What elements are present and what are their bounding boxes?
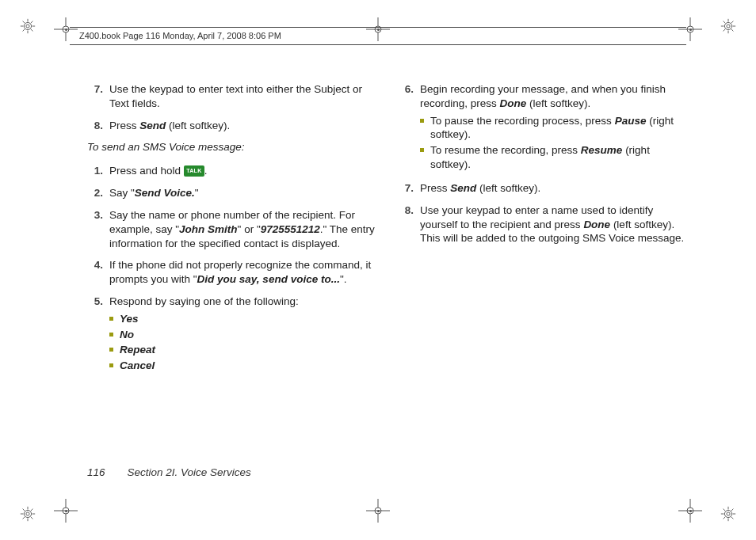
step-item: 2.Say "Send Voice." xyxy=(87,186,376,200)
bullet-square-icon xyxy=(109,363,113,367)
sub-heading: To send an SMS Voice message: xyxy=(87,140,376,154)
step-number: 1. xyxy=(87,164,103,178)
step-item: 7.Use the keypad to enter text into eith… xyxy=(87,82,376,111)
step-number: 8. xyxy=(87,119,103,133)
crop-gear-icon xyxy=(19,505,36,523)
page-footer: 116 Section 2I. Voice Services xyxy=(87,466,251,478)
step-number: 7. xyxy=(398,181,414,196)
step-number: 5. xyxy=(87,295,103,375)
crop-gear-icon xyxy=(720,505,737,523)
step-number: 3. xyxy=(87,208,103,250)
step-text: Press and hold TALK. xyxy=(109,164,376,178)
crop-mark-icon xyxy=(678,17,702,41)
svg-point-0 xyxy=(24,22,31,29)
header-rule-bottom xyxy=(70,44,686,45)
bullet-item: Repeat xyxy=(109,343,376,357)
talk-key-icon: TALK xyxy=(184,165,204,177)
step-item: 1.Press and hold TALK. xyxy=(87,164,376,178)
bullet-square-icon xyxy=(109,348,113,352)
crop-mark-icon xyxy=(366,499,390,523)
step-item: 8.Use your keypad to enter a name used t… xyxy=(398,203,686,245)
step-item: 8.Press Send (left softkey). xyxy=(87,119,376,133)
crop-mark-icon xyxy=(54,499,78,523)
svg-point-3 xyxy=(727,25,730,28)
step-item: 6.Begin recording your message, and when… xyxy=(398,82,686,173)
step-text: Respond by saying one of the following:Y… xyxy=(109,295,376,375)
step-list: 7.Use the keypad to enter text into eith… xyxy=(87,82,376,132)
svg-point-7 xyxy=(727,512,730,515)
content-columns: 7.Use the keypad to enter text into eith… xyxy=(87,82,686,445)
svg-point-6 xyxy=(724,510,731,517)
crop-gear-icon xyxy=(19,17,36,35)
bullet-square-icon xyxy=(109,333,113,337)
crop-mark-icon xyxy=(678,499,702,523)
svg-point-5 xyxy=(26,512,29,515)
crop-mark-icon xyxy=(54,17,78,41)
step-item: 3.Say the name or phone number of the re… xyxy=(87,208,376,250)
crop-gear-icon xyxy=(720,17,737,35)
svg-point-1 xyxy=(26,25,29,28)
bullet-item: Yes xyxy=(109,312,376,326)
svg-point-2 xyxy=(724,22,731,29)
step-item: 7.Press Send (left softkey). xyxy=(398,181,686,196)
bullet-square-icon xyxy=(420,119,424,123)
bullet-list: To pause the recording process, press Pa… xyxy=(420,114,686,172)
page-header-label: Z400.book Page 116 Monday, April 7, 2008… xyxy=(79,31,281,40)
step-text: Say "Send Voice." xyxy=(109,186,376,200)
bullet-square-icon xyxy=(109,317,113,321)
step-number: 7. xyxy=(87,82,103,111)
step-number: 4. xyxy=(87,258,103,287)
page-number: 116 xyxy=(87,466,105,478)
header-rule-top xyxy=(70,27,686,28)
bullet-list: YesNoRepeatCancel xyxy=(109,312,376,373)
step-text: Use the keypad to enter text into either… xyxy=(109,82,376,111)
step-text: Use your keypad to enter a name used to … xyxy=(420,203,686,245)
bullet-item: To pause the recording process, press Pa… xyxy=(420,114,686,143)
step-number: 6. xyxy=(398,82,414,173)
step-text: Press Send (left softkey). xyxy=(109,119,376,133)
step-item: 4.If the phone did not properly recogniz… xyxy=(87,258,376,287)
step-text: If the phone did not properly recognize … xyxy=(109,258,376,287)
bullet-item: Cancel xyxy=(109,359,376,373)
section-title: Section 2I. Voice Services xyxy=(128,466,251,478)
left-column: 7.Use the keypad to enter text into eith… xyxy=(87,82,376,445)
bullet-item: No xyxy=(109,328,376,342)
svg-point-4 xyxy=(24,510,31,517)
step-list: 6.Begin recording your message, and when… xyxy=(398,82,686,245)
step-text: Begin recording your message, and when y… xyxy=(420,82,686,173)
crop-mark-icon xyxy=(366,17,390,41)
right-column: 6.Begin recording your message, and when… xyxy=(398,82,686,445)
step-number: 8. xyxy=(398,203,414,245)
step-item: 5.Respond by saying one of the following… xyxy=(87,295,376,375)
step-text: Press Send (left softkey). xyxy=(420,181,686,196)
step-number: 2. xyxy=(87,186,103,200)
bullet-square-icon xyxy=(420,148,424,152)
step-list: 1.Press and hold TALK.2.Say "Send Voice.… xyxy=(87,164,376,375)
step-text: Say the name or phone number of the reci… xyxy=(109,208,376,250)
bullet-item: To resume the recording, press Resume (r… xyxy=(420,143,686,172)
